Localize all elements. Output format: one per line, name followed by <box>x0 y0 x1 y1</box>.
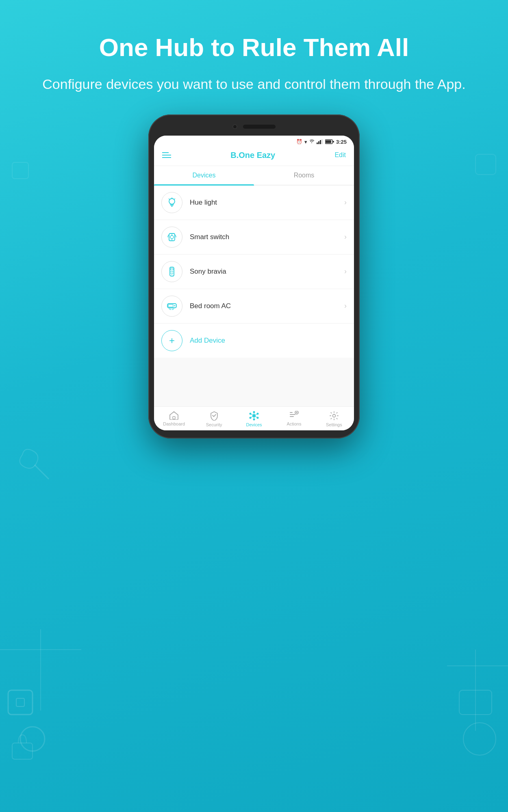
svg-point-37 <box>174 305 176 306</box>
bulb-icon <box>166 197 178 209</box>
chevron-right-icon: › <box>344 198 347 207</box>
device-item-bedroom-ac[interactable]: Bed room AC › <box>154 289 354 324</box>
switch-icon <box>166 231 178 243</box>
phone-top-bar <box>154 123 354 131</box>
signal-icon <box>317 139 323 144</box>
chevron-right-icon: › <box>344 267 347 276</box>
app-header: B.One Eazy Edit <box>154 147 354 166</box>
svg-point-7 <box>463 723 496 755</box>
chevron-right-icon: › <box>344 302 347 310</box>
svg-point-32 <box>171 273 172 274</box>
devices-icon <box>248 411 260 421</box>
shield-icon <box>210 411 219 421</box>
bedroom-ac-icon-wrap <box>161 296 182 317</box>
svg-line-52 <box>251 414 252 415</box>
header-section: One Hub to Rule Them All Configure devic… <box>0 0 508 114</box>
edit-button[interactable]: Edit <box>334 151 346 159</box>
actions-icon <box>289 411 299 420</box>
svg-point-44 <box>253 411 255 413</box>
phone-speaker <box>243 125 276 129</box>
svg-rect-29 <box>171 268 173 270</box>
bedroom-ac-label: Bed room AC <box>190 302 344 310</box>
svg-line-38 <box>169 309 170 309</box>
phone-bottom-space <box>154 358 354 406</box>
svg-rect-1 <box>16 698 24 706</box>
svg-line-23 <box>174 199 175 199</box>
bottom-nav: Dashboard Security <box>154 406 354 430</box>
time-display: 3:25 <box>336 139 347 145</box>
device-item-sony-bravia[interactable]: Sony bravia › <box>154 255 354 289</box>
svg-point-30 <box>171 271 172 272</box>
nav-label-actions: Actions <box>287 421 301 426</box>
app-title: B.One Eazy <box>230 151 275 160</box>
hue-light-icon-wrap <box>161 192 182 213</box>
svg-point-46 <box>250 412 252 415</box>
svg-line-41 <box>173 309 174 309</box>
status-icons: ⏰ ▾ <box>296 139 347 145</box>
svg-rect-14 <box>318 141 319 144</box>
phone-mockup: ⏰ ▾ <box>0 114 508 438</box>
nav-item-settings[interactable]: Settings <box>314 411 354 427</box>
add-device-item[interactable]: + Add Device <box>154 324 354 358</box>
svg-line-5 <box>35 465 49 479</box>
svg-point-48 <box>250 417 252 419</box>
svg-point-43 <box>252 414 256 417</box>
svg-line-55 <box>256 417 257 417</box>
svg-point-49 <box>257 417 259 419</box>
svg-rect-36 <box>168 304 173 307</box>
sony-bravia-label: Sony bravia <box>190 268 344 276</box>
device-item-hue-light[interactable]: Hue light › <box>154 186 354 220</box>
page-title: One Hub to Rule Them All <box>41 32 467 63</box>
svg-point-20 <box>169 199 175 204</box>
svg-rect-57 <box>290 414 295 415</box>
home-icon <box>169 411 179 420</box>
nav-label-dashboard: Dashboard <box>163 421 185 426</box>
svg-point-25 <box>170 235 174 239</box>
status-bar: ⏰ ▾ <box>154 136 354 147</box>
alarm-icon: ⏰ <box>296 139 302 145</box>
phone-body: ⏰ ▾ <box>148 114 360 438</box>
svg-point-31 <box>172 271 173 272</box>
phone-screen: ⏰ ▾ <box>154 136 354 430</box>
add-icon: + <box>161 330 182 351</box>
ac-icon <box>166 300 178 312</box>
svg-rect-15 <box>320 140 321 144</box>
svg-line-53 <box>256 414 257 415</box>
gear-icon <box>329 411 339 421</box>
svg-rect-19 <box>333 141 334 143</box>
svg-rect-13 <box>317 143 318 144</box>
svg-point-45 <box>253 418 255 420</box>
nav-item-dashboard[interactable]: Dashboard <box>154 411 194 427</box>
svg-line-22 <box>169 199 170 199</box>
phone-camera <box>232 124 237 129</box>
svg-rect-42 <box>173 417 175 419</box>
tab-rooms[interactable]: Rooms <box>254 166 354 185</box>
svg-rect-0 <box>8 690 33 715</box>
svg-rect-18 <box>326 140 331 143</box>
nav-label-security: Security <box>206 422 222 427</box>
wifi-icon: ▾ <box>304 139 315 145</box>
sony-bravia-icon-wrap <box>161 261 182 282</box>
nav-item-devices[interactable]: Devices <box>234 411 274 427</box>
device-list: Hue light › <box>154 186 354 358</box>
svg-point-47 <box>257 412 259 415</box>
chevron-right-icon: › <box>344 233 347 241</box>
svg-rect-56 <box>290 412 293 413</box>
svg-point-2 <box>20 727 45 751</box>
nav-item-actions[interactable]: Actions <box>274 411 314 427</box>
svg-point-34 <box>172 274 172 275</box>
page-subtitle: Configure devices you want to use and co… <box>41 75 467 94</box>
nav-label-devices: Devices <box>246 422 262 427</box>
svg-rect-16 <box>321 139 323 144</box>
tabs-row: Devices Rooms <box>154 166 354 186</box>
device-item-smart-switch[interactable]: Smart switch › <box>154 220 354 255</box>
svg-line-54 <box>251 417 252 417</box>
menu-icon[interactable] <box>162 152 171 158</box>
battery-icon <box>325 139 334 144</box>
nav-label-settings: Settings <box>326 422 342 427</box>
svg-point-62 <box>332 414 335 417</box>
tab-devices[interactable]: Devices <box>154 166 254 185</box>
add-device-label: Add Device <box>190 337 225 345</box>
svg-point-33 <box>172 273 173 274</box>
nav-item-security[interactable]: Security <box>194 411 234 427</box>
